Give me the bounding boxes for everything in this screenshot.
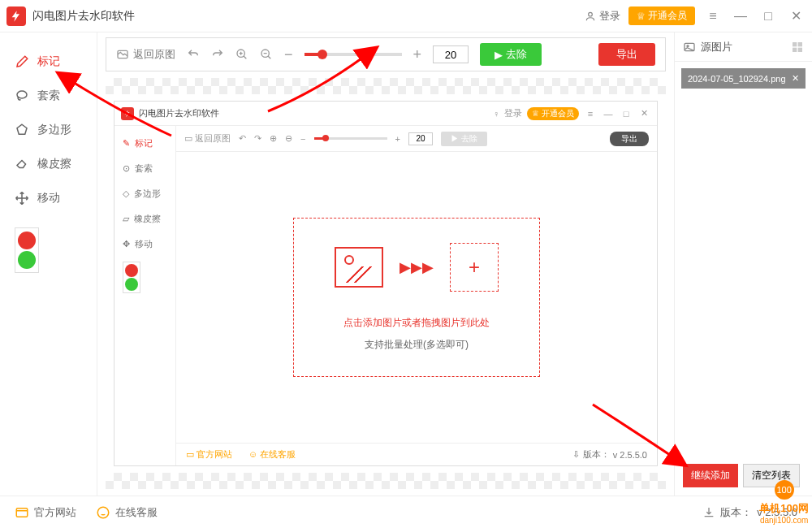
tool-lasso[interactable]: 套索 [0,79,97,113]
slider-thumb[interactable] [317,50,327,59]
file-name: 2024-07-05_102924.png [688,74,786,84]
watermark-logo: 100 [775,480,794,500]
remove-button[interactable]: ▶ 去除 [480,43,542,66]
svg-point-0 [589,12,593,16]
svg-rect-8 [798,42,802,46]
menu-button[interactable]: ≡ [703,6,723,26]
back-label: 返回原图 [133,47,175,62]
inner-close[interactable]: ✕ [637,108,650,119]
app-title: 闪电图片去水印软件 [32,9,585,24]
inner-site-link[interactable]: ▭ 官方网站 [186,448,232,461]
inner-export-btn[interactable]: 导出 [610,132,649,146]
crown-icon: ♕ [637,11,646,22]
file-item[interactable]: 2024-07-05_102924.png ✕ [681,68,806,89]
color-picker [15,227,39,273]
official-site-link[interactable]: 官方网站 [15,505,76,520]
inner-zoomin-icon[interactable]: ⊕ [270,133,277,144]
svg-point-12 [97,507,109,518]
tool-polygon-label: 多边形 [37,123,71,137]
minus-icon[interactable]: − [284,46,293,63]
inner-tool-eraser[interactable]: ▱橡皮擦 [114,206,175,232]
brush-size-input[interactable] [433,45,469,63]
maximize-button[interactable]: □ [758,6,778,26]
minimize-button[interactable]: — [731,6,750,26]
tool-marker-label: 标记 [37,54,60,69]
service-label: 在线客服 [115,505,158,520]
inner-menu[interactable]: ≡ [584,109,597,119]
tool-polygon[interactable]: 多边形 [0,113,97,147]
toolbar: 返回原图 − + ▶ 去除 导出 [106,37,666,71]
export-button[interactable]: 导出 [598,43,655,66]
inner-service-link[interactable]: ☺ 在线客服 [248,448,296,461]
svg-rect-7 [793,42,797,46]
watermark: 100 单机100网 danji100.com [759,480,809,525]
inner-min[interactable]: — [602,109,615,119]
grid-icon[interactable] [791,41,804,54]
app-logo [6,6,26,26]
inner-title: 闪电图片去水印软件 [139,107,493,119]
redo-icon[interactable] [211,48,224,61]
login-button[interactable]: 登录 [585,9,620,24]
watermark-text: 单机100网 [759,501,809,516]
inner-slider[interactable] [314,137,387,140]
back-to-original[interactable]: 返回原图 [116,47,175,62]
site-label: 官方网站 [34,505,76,520]
inner-undo-icon[interactable]: ↶ [239,133,246,144]
inner-window: 闪电图片去水印软件 ♀ 登录 ♕ 开通会员 ≡ — □ ✕ ✎标记 ⊙套索 [114,101,658,466]
inner-color-green[interactable] [125,278,138,291]
vip-label: 开通会员 [648,9,687,23]
left-sidebar: 标记 套索 多边形 橡皮擦 移动 [0,32,97,496]
online-service-link[interactable]: 在线客服 [96,505,158,520]
inner-tool-marker[interactable]: ✎标记 [114,131,175,156]
inner-version: ⇩ 版本：v 2.5.5.0 [572,448,647,461]
drop-text-2: 支持批量处理(多选即可) [335,338,499,352]
vip-button[interactable]: ♕ 开通会员 [628,6,695,25]
inner-tool-lasso[interactable]: ⊙套索 [114,156,175,181]
inner-zoomout-icon[interactable]: ⊖ [285,133,292,144]
drop-text-1: 点击添加图片或者拖拽图片到此处 [335,316,499,330]
login-label: 登录 [599,9,620,24]
inner-tool-polygon[interactable]: ◇多边形 [114,181,175,206]
zoom-out-icon[interactable] [260,48,273,61]
svg-rect-11 [16,508,28,517]
tool-move[interactable]: 移动 [0,181,97,215]
panel-title: 源图片 [701,40,732,54]
play-icon: ▶ [495,49,503,61]
inner-login[interactable]: 登录 [504,107,522,119]
file-remove-icon[interactable]: ✕ [792,73,799,84]
triple-arrow-icon: ▶▶▶ [400,258,434,276]
svg-point-1 [17,91,27,98]
titlebar: 闪电图片去水印软件 登录 ♕ 开通会员 ≡ — □ ✕ [0,0,812,32]
inner-remove-btn[interactable]: ▶ 去除 [441,132,487,146]
inner-size-input[interactable] [408,132,433,145]
tool-eraser[interactable]: 橡皮擦 [0,147,97,181]
inner-vip[interactable]: ♕ 开通会员 [527,107,579,120]
zoom-in-icon[interactable] [235,48,248,61]
inner-user-icon: ♀ [493,109,499,119]
watermark-url: danji100.com [759,516,809,525]
svg-rect-9 [793,47,797,51]
svg-rect-10 [798,47,802,51]
right-panel: 源图片 2024-07-05_102924.png ✕ 继续添加 清空列表 [674,32,812,496]
add-box-icon: + [450,243,499,292]
drop-zone[interactable]: ▶▶▶ + 点击添加图片或者拖拽图片到此处 支持批量处理(多选即可) [176,152,657,443]
footer: 官方网站 在线客服 版本：v 2.5.5.0 [0,496,812,528]
remove-label: 去除 [506,47,527,62]
plus-icon[interactable]: + [413,46,422,63]
continue-add-button[interactable]: 继续添加 [683,464,738,487]
inner-color-red[interactable] [125,264,138,277]
brush-slider[interactable] [304,53,402,56]
tool-lasso-label: 套索 [37,89,60,103]
inner-redo-icon[interactable]: ↷ [254,133,261,144]
close-button[interactable]: ✕ [786,6,806,26]
color-green[interactable] [18,251,36,269]
svg-point-6 [687,45,689,46]
inner-max[interactable]: □ [620,109,633,119]
image-icon [683,41,696,54]
inner-back[interactable]: ▭ 返回原图 [184,132,231,145]
undo-icon[interactable] [187,48,200,61]
color-red[interactable] [18,232,36,249]
inner-tool-move[interactable]: ✥移动 [114,232,175,257]
tool-marker[interactable]: 标记 [0,45,97,79]
tool-move-label: 移动 [37,191,60,206]
